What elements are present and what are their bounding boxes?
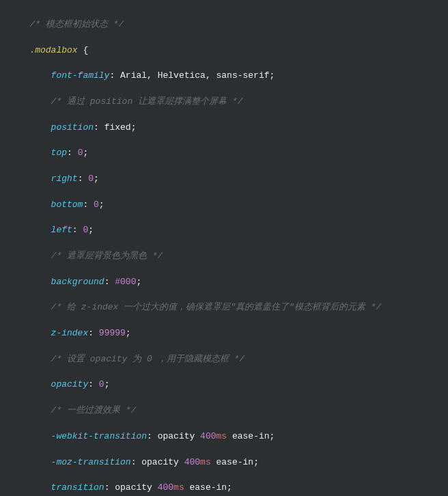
code-line: left: 0;	[14, 224, 448, 237]
value: Arial, Helvetica, sans-serif	[120, 70, 269, 81]
code-line: /* 模态框初始状态 */	[14, 18, 448, 31]
code-line: opacity: 0;	[14, 378, 448, 391]
value: fixed	[104, 122, 131, 133]
code-line: bottom: 0;	[14, 199, 448, 212]
number: 0	[94, 199, 99, 210]
prop: transition	[51, 482, 104, 493]
code-line: z-index: 99999;	[14, 327, 448, 340]
color-value: #000	[115, 277, 136, 287]
prop: background	[51, 277, 104, 287]
code-line: top: 0;	[14, 147, 448, 160]
code-block: /* 模态框初始状态 */ .modalbox { font-family: A…	[0, 5, 448, 496]
comment: /* 设置 opacity 为 0 ，用于隐藏模态框 */	[51, 354, 244, 364]
code-line: font-family: Arial, Helvetica, sans-seri…	[14, 70, 448, 83]
prop: position	[51, 122, 94, 133]
brace-open: {	[83, 45, 88, 55]
prop: bottom	[51, 199, 83, 210]
code-line: /* 遮罩层背景色为黑色 */	[14, 250, 448, 263]
comment: /* 遮罩层背景色为黑色 */	[51, 251, 163, 261]
code-line: /* 设置 opacity 为 0 ，用于隐藏模态框 */	[14, 353, 448, 366]
prop: top	[51, 148, 67, 158]
code-line: -moz-transition: opacity 400ms ease-in;	[14, 456, 448, 469]
prop: font-family	[51, 70, 110, 81]
comment: /* 给 z-index 一个过大的值，确保遮罩层"真的遮盖住了"模态框背后的元…	[51, 302, 382, 312]
code-line: right: 0;	[14, 173, 448, 186]
number: 0	[88, 174, 94, 184]
number: 0	[99, 379, 104, 389]
code-line: -webkit-transition: opacity 400ms ease-i…	[14, 430, 448, 443]
code-line: position: fixed;	[14, 122, 448, 135]
code-line: /* 一些过渡效果 */	[14, 404, 448, 417]
comment: /* 通过 position 让遮罩层撑满整个屏幕 */	[51, 96, 243, 107]
code-line: /* 给 z-index 一个过大的值，确保遮罩层"真的遮盖住了"模态框背后的元…	[14, 301, 448, 314]
code-line: .modalbox {	[14, 44, 448, 57]
prop: -webkit-transition	[51, 431, 147, 441]
selector: .modalbox	[29, 45, 77, 55]
prop: opacity	[51, 379, 89, 389]
comment: /* 一些过渡效果 */	[51, 405, 137, 415]
prop: z-index	[51, 328, 89, 338]
prop: right	[51, 174, 78, 184]
code-line: background: #000;	[14, 276, 448, 289]
prop: -moz-transition	[51, 457, 131, 467]
prop: left	[51, 225, 72, 235]
comment: /* 模态框初始状态 */	[29, 19, 124, 29]
number: 99999	[99, 328, 126, 338]
code-line: transition: opacity 400ms ease-in;	[14, 482, 448, 495]
code-line: /* 通过 position 让遮罩层撑满整个屏幕 */	[14, 96, 448, 109]
